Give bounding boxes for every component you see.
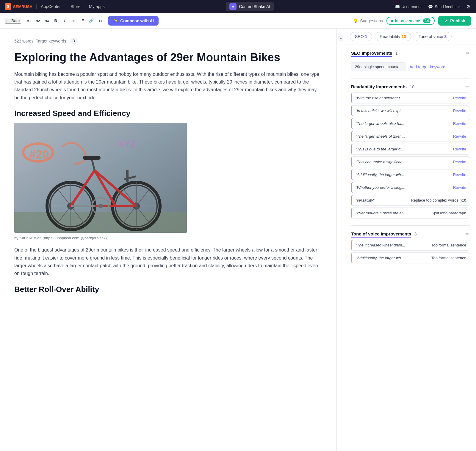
settings-icon[interactable]: ⚙ <box>465 4 471 10</box>
nav-left: S SEMRUSH | AppCenter Store My apps <box>5 3 105 10</box>
publish-icon: ↗ <box>444 18 448 23</box>
tab-tone[interactable]: Tone of voice 3 <box>414 32 452 41</box>
improvements-dot-icon <box>391 20 393 22</box>
user-manual-label: User manual <box>402 4 424 9</box>
back-button[interactable]: ← Back <box>5 18 21 24</box>
collapse-panel-button[interactable]: » <box>338 34 344 42</box>
readability-rewrite-4[interactable]: Rewrite <box>453 147 466 151</box>
back-arrow-icon: ← <box>5 18 10 23</box>
readability-rewrite-5[interactable]: Rewrite <box>453 160 466 164</box>
tone-action-0: Too formal sentence <box>431 243 466 247</box>
tone-edit-button[interactable]: ✏ <box>465 230 470 237</box>
tone-title-wrap: Tone of voice Improvements 3 <box>351 231 417 237</box>
article-body-paragraph[interactable]: One of the biggest advantages of 29er mo… <box>14 246 322 278</box>
improvements-label: Improvements <box>395 18 421 23</box>
readability-rewrite-3[interactable]: Rewrite <box>453 134 466 139</box>
readability-item-7[interactable]: "Whether you prefer a singl... Rewrite <box>351 182 470 193</box>
add-keyword-button[interactable]: Add target keyword <box>409 65 445 69</box>
readability-rewrite-2[interactable]: Rewrite <box>453 121 466 126</box>
seo-keyword-tag: 29er single speed mounta... <box>351 62 406 71</box>
readability-complex-action-8: Replace too complex words (x3) <box>411 198 466 202</box>
editor-pane[interactable]: 523 words Target keywords: 3 Exploring t… <box>0 29 337 451</box>
link-button[interactable]: 🔗 <box>87 17 95 25</box>
improvements-count-badge: 14 <box>423 18 430 23</box>
compose-ai-icon: ✨ <box>113 18 118 23</box>
send-feedback-link[interactable]: 💬 Send feedback <box>428 4 461 9</box>
book-icon: 📖 <box>395 4 400 9</box>
section1-heading[interactable]: Increased Speed and Efficiency <box>14 109 322 118</box>
seo-section-header: SEO Improvements 1 ✏ <box>351 50 470 56</box>
tab-readability-label: Readability <box>380 34 401 39</box>
numbered-list-button[interactable]: 123 <box>78 17 87 25</box>
seo-edit-button[interactable]: ✏ <box>465 50 470 56</box>
readability-rewrite-1[interactable]: Rewrite <box>453 109 466 113</box>
toolbar-right: 💡 Suggestions Improvements 14 ↗ Publish <box>353 16 471 26</box>
readability-item-text-1: "In this article, we will expl... <box>356 109 424 113</box>
store-link[interactable]: Store <box>71 4 80 9</box>
tab-readability-count: 10 <box>401 34 406 39</box>
semrush-brand: SEMRUSH <box>13 4 32 9</box>
readability-rewrite-7[interactable]: Rewrite <box>453 185 466 190</box>
readability-item-8[interactable]: "versatility" Replace too complex words … <box>351 195 470 206</box>
tone-item-1[interactable]: "Additionally, the larger wh... Too form… <box>351 252 470 263</box>
readability-item-4[interactable]: "This is due to the larger di... Rewrite <box>351 144 470 155</box>
article-intro[interactable]: Mountain biking has become a popular spo… <box>14 70 322 102</box>
readability-item-9[interactable]: "29er mountain bikes are al... Split lon… <box>351 208 470 219</box>
publish-label: Publish <box>450 18 465 23</box>
readability-item-text-5: "This can make a significan... <box>356 160 424 164</box>
user-manual-link[interactable]: 📖 User manual <box>395 4 424 9</box>
suggestions-label: Suggestions <box>360 18 383 23</box>
svg-rect-3 <box>82 22 84 22</box>
tab-seo[interactable]: SEO 1 <box>350 32 372 41</box>
tab-seo-count: 1 <box>365 34 367 39</box>
tab-tone-count: 3 <box>444 34 447 39</box>
word-count: 523 words <box>14 39 34 43</box>
seo-section-count: 1 <box>395 51 398 56</box>
readability-item-5[interactable]: "This can make a significan... Rewrite <box>351 156 470 167</box>
readability-section-count: 10 <box>410 84 414 89</box>
readability-item-3[interactable]: "The larger wheels of 29er ... Rewrite <box>351 131 470 142</box>
word-count-bar: 523 words Target keywords: 3 <box>14 38 322 44</box>
svg-rect-11 <box>14 212 187 233</box>
h2-button[interactable]: H2 <box>34 17 42 25</box>
readability-rewrite-0[interactable]: Rewrite <box>453 96 466 100</box>
readability-item-1[interactable]: "In this article, we will expl... Rewrit… <box>351 105 470 116</box>
readability-section-title: Readability Improvements <box>351 84 407 90</box>
panel-tabs: SEO 1 Readability 10 Tone of voice 3 <box>345 29 476 45</box>
improvements-button[interactable]: Improvements 14 <box>386 17 435 25</box>
myapps-link[interactable]: My apps <box>89 4 105 9</box>
semrush-logo[interactable]: S SEMRUSH <box>5 3 32 10</box>
readability-item-text-2: "The larger wheels also ha... <box>356 121 424 126</box>
readability-edit-button[interactable]: ✏ <box>465 83 470 90</box>
compose-ai-button[interactable]: ✨ Compose with AI <box>108 16 159 26</box>
nav-divider: | <box>36 4 37 9</box>
tab-readability[interactable]: Readability 10 <box>375 32 411 41</box>
bold-button[interactable]: B <box>51 17 60 25</box>
article-title[interactable]: Exploring the Advantages of 29er Mountai… <box>14 51 322 65</box>
clear-format-button[interactable]: Tx <box>96 17 104 25</box>
tone-item-0[interactable]: "The increased wheel diam... Too formal … <box>351 240 470 251</box>
seo-improvements-section: SEO Improvements 1 ✏ 29er single speed m… <box>345 45 476 78</box>
suggestions-icon: 💡 <box>353 18 358 23</box>
readability-title-wrap: Readability Improvements 10 <box>351 84 414 89</box>
seo-section-title: SEO Improvements <box>351 51 392 57</box>
svg-text:XYZ: XYZ <box>118 139 136 148</box>
h1-button[interactable]: H1 <box>25 17 33 25</box>
section2-heading[interactable]: Better Roll-Over Ability <box>14 285 322 294</box>
publish-button[interactable]: ↗ Publish <box>438 16 471 26</box>
readability-item-6[interactable]: "Additionally, the larger wh... Rewrite <box>351 169 470 180</box>
svg-rect-0 <box>231 4 235 9</box>
tab-tone-label: Tone of voice <box>419 34 444 39</box>
readability-item-0[interactable]: "With the rise of different t... Rewrite <box>351 92 470 103</box>
bullet-list-button[interactable]: ≡ <box>69 17 78 25</box>
suggestions-button[interactable]: 💡 Suggestions <box>353 18 383 23</box>
semrush-logo-icon: S <box>5 3 11 10</box>
readability-item-2[interactable]: "The larger wheels also ha... Rewrite <box>351 118 470 129</box>
readability-rewrite-6[interactable]: Rewrite <box>453 172 466 177</box>
h3-button[interactable]: H3 <box>43 17 51 25</box>
italic-button[interactable]: I <box>60 17 69 25</box>
appcenter-label[interactable]: AppCenter <box>41 4 61 9</box>
app-badge[interactable]: ContentShake AI <box>226 2 274 11</box>
top-navigation: S SEMRUSH | AppCenter Store My apps Cont… <box>0 0 476 13</box>
tone-section-title: Tone of voice Improvements <box>351 231 411 238</box>
